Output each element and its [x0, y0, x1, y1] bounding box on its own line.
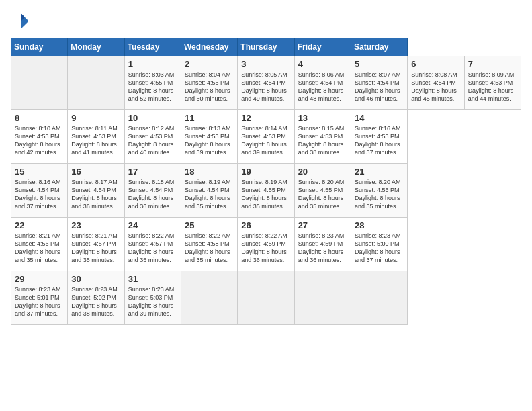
week-row-2: 8Sunrise: 8:10 AMSunset: 4:53 PMDaylight…: [11, 110, 521, 164]
day-number: 14: [355, 113, 404, 123]
day-number: 22: [15, 220, 64, 230]
header-cell-monday: Monday: [68, 38, 124, 56]
calendar-cell: 24Sunrise: 8:22 AMSunset: 4:57 PMDayligh…: [124, 218, 181, 271]
day-number: 8: [15, 113, 64, 123]
calendar-cell: 21Sunrise: 8:20 AMSunset: 4:56 PMDayligh…: [351, 164, 407, 218]
calendar-cell: 10Sunrise: 8:12 AMSunset: 4:53 PMDayligh…: [124, 110, 181, 164]
week-row-3: 15Sunrise: 8:16 AMSunset: 4:54 PMDayligh…: [11, 164, 521, 218]
day-info: Sunrise: 8:20 AMSunset: 4:55 PMDaylight:…: [298, 178, 347, 211]
day-info: Sunrise: 8:23 AMSunset: 5:03 PMDaylight:…: [128, 285, 177, 318]
day-info: Sunrise: 8:16 AMSunset: 4:53 PMDaylight:…: [355, 124, 404, 157]
day-number: 12: [241, 113, 290, 123]
day-number: 28: [355, 220, 404, 230]
day-number: 18: [185, 167, 234, 177]
day-info: Sunrise: 8:21 AMSunset: 4:57 PMDaylight:…: [71, 232, 120, 265]
day-number: 15: [15, 167, 64, 177]
calendar-cell: [68, 56, 124, 110]
day-number: 10: [128, 113, 177, 123]
calendar-cell: 31Sunrise: 8:23 AMSunset: 5:03 PMDayligh…: [124, 271, 181, 325]
day-number: 1: [128, 59, 177, 69]
day-number: 13: [298, 113, 347, 123]
day-number: 6: [411, 59, 460, 69]
day-number: 4: [298, 59, 347, 69]
header-cell-friday: Friday: [294, 38, 351, 56]
day-number: 9: [71, 113, 120, 123]
day-number: 23: [71, 220, 120, 230]
header-cell-tuesday: Tuesday: [124, 38, 181, 56]
calendar-cell: 27Sunrise: 8:23 AMSunset: 4:59 PMDayligh…: [294, 218, 351, 271]
calendar-cell: 8Sunrise: 8:10 AMSunset: 4:53 PMDaylight…: [11, 110, 68, 164]
day-info: Sunrise: 8:23 AMSunset: 4:59 PMDaylight:…: [298, 232, 347, 265]
calendar-cell: 13Sunrise: 8:15 AMSunset: 4:53 PMDayligh…: [294, 110, 351, 164]
calendar-cell: [351, 271, 407, 325]
logo: [11, 11, 32, 30]
calendar-cell: 6Sunrise: 8:08 AMSunset: 4:54 PMDaylight…: [408, 56, 464, 110]
week-row-5: 29Sunrise: 8:23 AMSunset: 5:01 PMDayligh…: [11, 271, 521, 325]
day-number: 19: [241, 167, 290, 177]
day-info: Sunrise: 8:23 AMSunset: 5:01 PMDaylight:…: [15, 285, 64, 318]
day-number: 20: [298, 167, 347, 177]
calendar-cell: [11, 56, 68, 110]
calendar-cell: 11Sunrise: 8:13 AMSunset: 4:53 PMDayligh…: [181, 110, 237, 164]
day-number: 29: [15, 274, 64, 284]
header-row: SundayMondayTuesdayWednesdayThursdayFrid…: [11, 38, 521, 56]
day-number: 17: [128, 167, 177, 177]
day-info: Sunrise: 8:22 AMSunset: 4:59 PMDaylight:…: [241, 232, 290, 265]
day-info: Sunrise: 8:05 AMSunset: 4:54 PMDaylight:…: [241, 71, 290, 103]
header-cell-thursday: Thursday: [238, 38, 294, 56]
calendar-table: SundayMondayTuesdayWednesdayThursdayFrid…: [11, 38, 521, 325]
day-number: 21: [355, 167, 404, 177]
calendar-cell: 14Sunrise: 8:16 AMSunset: 4:53 PMDayligh…: [351, 110, 407, 164]
calendar-cell: 15Sunrise: 8:16 AMSunset: 4:54 PMDayligh…: [11, 164, 68, 218]
calendar-cell: 5Sunrise: 8:07 AMSunset: 4:54 PMDaylight…: [351, 56, 407, 110]
calendar-header: SundayMondayTuesdayWednesdayThursdayFrid…: [11, 38, 521, 56]
day-info: Sunrise: 8:03 AMSunset: 4:55 PMDaylight:…: [128, 71, 177, 103]
week-row-1: 1Sunrise: 8:03 AMSunset: 4:55 PMDaylight…: [11, 56, 521, 110]
day-info: Sunrise: 8:21 AMSunset: 4:56 PMDaylight:…: [15, 232, 64, 265]
calendar-cell: 20Sunrise: 8:20 AMSunset: 4:55 PMDayligh…: [294, 164, 351, 218]
day-number: 3: [241, 59, 290, 69]
day-info: Sunrise: 8:23 AMSunset: 5:02 PMDaylight:…: [71, 285, 120, 318]
header-cell-wednesday: Wednesday: [181, 38, 237, 56]
day-info: Sunrise: 8:04 AMSunset: 4:55 PMDaylight:…: [185, 71, 234, 103]
day-info: Sunrise: 8:15 AMSunset: 4:53 PMDaylight:…: [298, 124, 347, 157]
day-number: 24: [128, 220, 177, 230]
day-info: Sunrise: 8:12 AMSunset: 4:53 PMDaylight:…: [128, 124, 177, 157]
calendar-cell: 17Sunrise: 8:18 AMSunset: 4:54 PMDayligh…: [124, 164, 181, 218]
day-info: Sunrise: 8:13 AMSunset: 4:53 PMDaylight:…: [185, 124, 234, 157]
day-number: 2: [185, 59, 234, 69]
day-number: 31: [128, 274, 177, 284]
day-info: Sunrise: 8:22 AMSunset: 4:58 PMDaylight:…: [185, 232, 234, 265]
day-number: 11: [185, 113, 234, 123]
calendar-cell: 19Sunrise: 8:19 AMSunset: 4:55 PMDayligh…: [238, 164, 294, 218]
day-info: Sunrise: 8:20 AMSunset: 4:56 PMDaylight:…: [355, 178, 404, 211]
calendar-cell: 25Sunrise: 8:22 AMSunset: 4:58 PMDayligh…: [181, 218, 237, 271]
calendar-cell: 16Sunrise: 8:17 AMSunset: 4:54 PMDayligh…: [68, 164, 124, 218]
calendar-cell: 30Sunrise: 8:23 AMSunset: 5:02 PMDayligh…: [68, 271, 124, 325]
day-info: Sunrise: 8:14 AMSunset: 4:53 PMDaylight:…: [241, 124, 290, 157]
day-info: Sunrise: 8:22 AMSunset: 4:57 PMDaylight:…: [128, 232, 177, 265]
calendar-cell: 28Sunrise: 8:23 AMSunset: 5:00 PMDayligh…: [351, 218, 407, 271]
header-cell-sunday: Sunday: [11, 38, 68, 56]
day-info: Sunrise: 8:10 AMSunset: 4:53 PMDaylight:…: [15, 124, 64, 157]
day-info: Sunrise: 8:16 AMSunset: 4:54 PMDaylight:…: [15, 178, 64, 211]
logo-icon: [11, 11, 30, 30]
calendar-cell: 4Sunrise: 8:06 AMSunset: 4:54 PMDaylight…: [294, 56, 351, 110]
calendar-cell: 3Sunrise: 8:05 AMSunset: 4:54 PMDaylight…: [238, 56, 294, 110]
day-info: Sunrise: 8:18 AMSunset: 4:54 PMDaylight:…: [128, 178, 177, 211]
calendar-cell: 1Sunrise: 8:03 AMSunset: 4:55 PMDaylight…: [124, 56, 181, 110]
calendar-cell: 2Sunrise: 8:04 AMSunset: 4:55 PMDaylight…: [181, 56, 237, 110]
day-info: Sunrise: 8:08 AMSunset: 4:54 PMDaylight:…: [411, 71, 460, 103]
day-number: 25: [185, 220, 234, 230]
day-number: 30: [71, 274, 120, 284]
calendar-cell: 18Sunrise: 8:19 AMSunset: 4:54 PMDayligh…: [181, 164, 237, 218]
day-number: 5: [355, 59, 404, 69]
calendar-cell: 22Sunrise: 8:21 AMSunset: 4:56 PMDayligh…: [11, 218, 68, 271]
day-number: 16: [71, 167, 120, 177]
calendar-cell: [294, 271, 351, 325]
calendar-cell: 29Sunrise: 8:23 AMSunset: 5:01 PMDayligh…: [11, 271, 68, 325]
day-info: Sunrise: 8:19 AMSunset: 4:55 PMDaylight:…: [241, 178, 290, 211]
calendar-cell: 12Sunrise: 8:14 AMSunset: 4:53 PMDayligh…: [238, 110, 294, 164]
calendar-cell: [181, 271, 237, 325]
day-info: Sunrise: 8:07 AMSunset: 4:54 PMDaylight:…: [355, 71, 404, 103]
